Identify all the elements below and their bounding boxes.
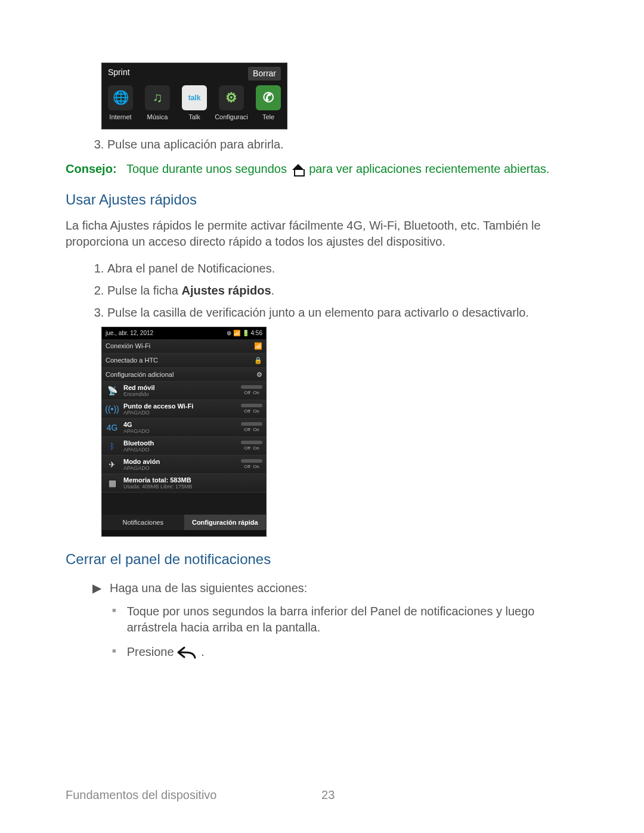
toggle-avion[interactable]: Off On xyxy=(241,459,262,470)
back-icon xyxy=(177,646,201,660)
close-bullet-2: Presione . xyxy=(127,644,205,660)
lock-icon: 🔒 xyxy=(254,356,262,365)
app-label: Configuraci xyxy=(213,113,250,122)
status-date: jue., abr. 12, 2012 xyxy=(106,329,153,337)
qs-row-hotspot[interactable]: ((•))Punto de acceso Wi-FiAPAGADOOff On xyxy=(102,400,266,419)
page-footer: Fundamentos del dispositivo 23 xyxy=(66,787,335,803)
carrier-label: Sprint xyxy=(108,67,130,80)
app-talk[interactable]: talkTalk xyxy=(176,85,213,122)
app-label: Música xyxy=(139,113,176,122)
row-additional-config[interactable]: Configuración adicional ⚙ xyxy=(102,368,266,382)
square-bullet-icon: ■ xyxy=(112,606,116,636)
app-tel[interactable]: ✆Tele xyxy=(250,85,287,122)
memory-icon: ▦ xyxy=(106,476,119,490)
qs-row-avion[interactable]: ✈Modo aviónAPAGADOOff On xyxy=(102,456,266,474)
heading-quick-settings: Usar Ajustes rápidos xyxy=(66,190,578,209)
app-internet[interactable]: 🌐Internet xyxy=(102,85,139,122)
app-label: Internet xyxy=(102,113,139,122)
app-label: Talk xyxy=(176,113,213,122)
square-bullet-icon: ■ xyxy=(112,646,116,660)
qs-row-bt[interactable]: ᛒBluetoothAPAGADOOff On xyxy=(102,437,266,456)
home-icon xyxy=(290,163,306,177)
close-bullet-1: Toque por unos segundos la barra inferio… xyxy=(127,603,578,636)
internet-icon: 🌐 xyxy=(108,85,133,110)
tab-notifications[interactable]: Notificaciones xyxy=(102,515,184,531)
quick-step-2: Pulse la ficha Ajustes rápidos. xyxy=(107,283,578,299)
musica-icon: ♫ xyxy=(145,85,170,110)
bt-icon: ᛒ xyxy=(106,439,119,453)
tip-label: Consejo: xyxy=(66,162,117,175)
toggle-bt[interactable]: Off On xyxy=(241,441,262,452)
tip-text-after: para ver aplicaciones recientemente abie… xyxy=(309,162,550,175)
tab-quick-config[interactable]: Configuración rápida xyxy=(184,515,267,531)
row-wifi-status[interactable]: Conectado a HTC 🔒 xyxy=(102,354,266,368)
tip-line: Consejo: Toque durante unos segundos par… xyxy=(66,161,578,177)
tip-text-before: Toque durante unos segundos xyxy=(126,162,287,175)
hotspot-icon: ((•)) xyxy=(106,402,119,416)
footer-section: Fundamentos del dispositivo xyxy=(66,788,216,801)
heading-close-panel: Cerrar el panel de notificaciones xyxy=(66,550,578,569)
row-wifi-conn[interactable]: Conexión Wi-Fi 📶 xyxy=(102,339,266,354)
step-3: Pulse una aplicación para abrirla. xyxy=(107,137,578,153)
4g-icon: 4G xyxy=(106,421,119,434)
screenshot-quick-settings: jue., abr. 12, 2012 ⊕ 📶 🔋 4:56 Conexión … xyxy=(101,327,267,537)
triangle-bullet-icon: ▶ xyxy=(92,580,101,596)
quick-step-1: Abra el panel de Notificaciones. xyxy=(107,261,578,277)
qs-row-4g[interactable]: 4G4GAPAGADOOff On xyxy=(102,419,266,437)
app-musica[interactable]: ♫Música xyxy=(139,85,176,122)
close-intro: Haga una de las siguientes acciones: xyxy=(110,580,307,596)
gear-icon: ⚙ xyxy=(256,370,262,379)
talk-icon: talk xyxy=(182,85,207,110)
toggle-red-movil[interactable]: Off On xyxy=(241,385,262,397)
screenshot-notifications-apps: Sprint Borrar 🌐Internet♫MúsicatalkTalk⚙C… xyxy=(101,63,287,129)
toggle-4g[interactable]: Off On xyxy=(241,422,262,433)
config-icon: ⚙ xyxy=(219,85,244,110)
quick-step-3: Pulse la casilla de verificación junto a… xyxy=(107,305,578,321)
qs-row-red-movil[interactable]: 📡Red móvilEncendidoOff On xyxy=(102,382,266,400)
app-label: Tele xyxy=(250,113,287,122)
toggle-hotspot[interactable]: Off On xyxy=(241,404,262,415)
app-config[interactable]: ⚙Configuraci xyxy=(213,85,250,122)
status-time: ⊕ 📶 🔋 4:56 xyxy=(227,329,262,337)
clear-button[interactable]: Borrar xyxy=(248,67,281,80)
wifi-icon: 📶 xyxy=(254,342,262,351)
tel-icon: ✆ xyxy=(256,85,281,110)
avion-icon: ✈ xyxy=(106,458,119,471)
quick-intro: La ficha Ajustes rápidos le permite acti… xyxy=(66,218,578,250)
row-memory: ▦ Memoria total: 583MB Usada: 409MB Libr… xyxy=(102,474,266,493)
page-number: 23 xyxy=(321,787,335,803)
red-movil-icon: 📡 xyxy=(106,384,119,397)
